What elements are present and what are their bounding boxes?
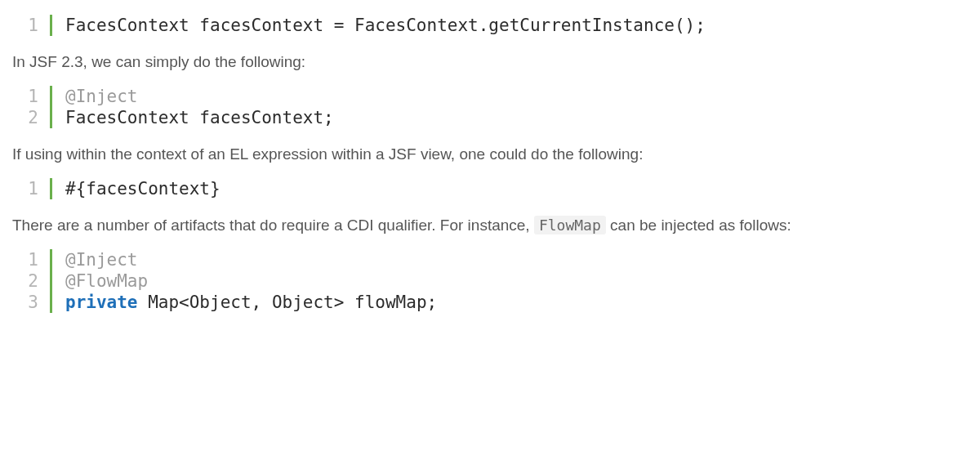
paragraph-3-text-after: can be injected as follows: xyxy=(606,217,791,234)
line-number: 1 xyxy=(27,15,38,36)
line-number: 1 xyxy=(27,249,38,270)
code-line: #{facesContext} xyxy=(65,178,220,199)
code-lines: FacesContext facesContext = FacesContext… xyxy=(52,15,706,36)
paragraph-3: There are a number of artifacts that do … xyxy=(12,214,968,238)
code-lines: @InjectFacesContext facesContext; xyxy=(52,86,334,129)
line-gutter: 123 xyxy=(27,249,52,314)
paragraph-3-text-before: There are a number of artifacts that do … xyxy=(12,217,534,234)
code-line: @Inject xyxy=(65,86,334,107)
code-token: #{facesContext} xyxy=(65,179,220,199)
code-lines: @Inject@FlowMapprivate Map<Object, Objec… xyxy=(52,249,437,314)
code-token: @Inject xyxy=(65,87,138,106)
code-token: FacesContext facesContext = FacesContext… xyxy=(65,16,706,35)
code-line: @Inject xyxy=(65,249,437,270)
code-token: @Inject xyxy=(65,250,138,270)
line-gutter: 1 xyxy=(27,178,52,199)
code-token: Map<Object, Object> flowMap; xyxy=(138,292,438,312)
code-line: private Map<Object, Object> flowMap; xyxy=(65,292,437,313)
line-number: 1 xyxy=(27,178,38,199)
line-number: 3 xyxy=(27,292,38,313)
line-gutter: 1 xyxy=(27,15,52,36)
paragraph-1: In JSF 2.3, we can simply do the followi… xyxy=(12,51,968,74)
code-token: FacesContext facesContext; xyxy=(65,108,334,127)
code-lines: #{facesContext} xyxy=(52,178,220,199)
code-block-3: 1 #{facesContext} xyxy=(27,178,968,199)
line-number: 2 xyxy=(27,107,38,128)
code-line: FacesContext facesContext = FacesContext… xyxy=(65,15,706,36)
line-number: 1 xyxy=(27,86,38,107)
code-line: FacesContext facesContext; xyxy=(65,107,334,128)
code-block-1: 1 FacesContext facesContext = FacesConte… xyxy=(27,15,968,36)
line-number: 2 xyxy=(27,270,38,292)
code-token: private xyxy=(65,292,138,312)
code-block-4: 123 @Inject@FlowMapprivate Map<Object, O… xyxy=(27,249,968,314)
paragraph-2: If using within the context of an EL exp… xyxy=(12,143,968,167)
code-line: @FlowMap xyxy=(65,270,437,292)
line-gutter: 12 xyxy=(27,86,52,129)
code-block-2: 12 @InjectFacesContext facesContext; xyxy=(27,86,968,129)
code-token: @FlowMap xyxy=(65,271,148,291)
inline-code-flowmap: FlowMap xyxy=(534,216,606,234)
